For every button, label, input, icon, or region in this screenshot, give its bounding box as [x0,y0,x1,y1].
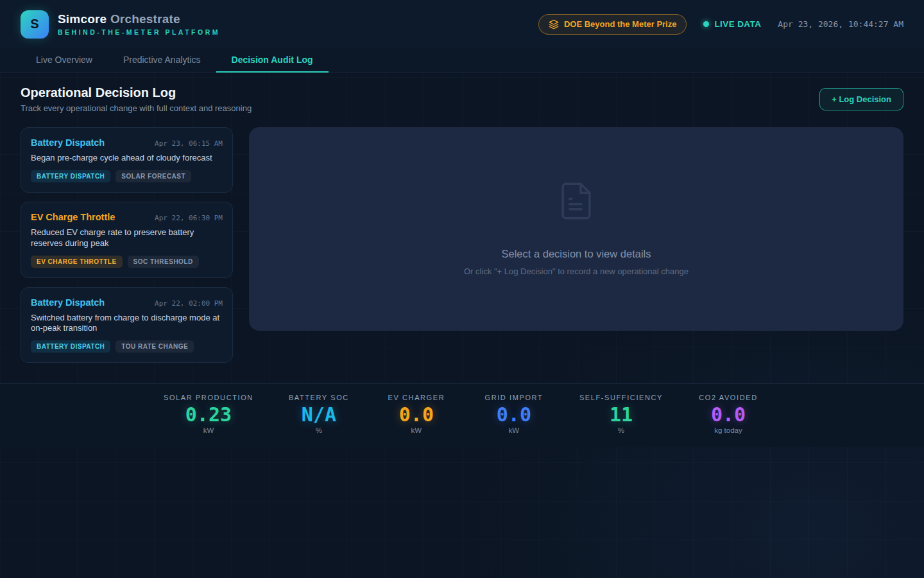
stat-value: 0.0 [399,403,434,426]
log-decision-button[interactable]: + Log Decision [819,88,903,110]
tab-decision-audit-log[interactable]: Decision Audit Log [216,48,329,73]
stat-ev-charger: EV CHARGER 0.0 kW [384,394,449,434]
stat-unit: % [316,426,322,434]
stat-solar-production: SOLAR PRODUCTION 0.23 kW [164,394,253,434]
stat-grid-import: GRID IMPORT 0.0 kW [482,394,546,434]
decision-card[interactable]: EV Charge Throttle Apr 22, 06:30 PM Redu… [21,202,233,278]
stat-value: 0.0 [497,403,531,426]
stat-value: 0.23 [185,403,232,426]
decision-timestamp: Apr 23, 06:15 AM [155,139,223,148]
stat-label: EV CHARGER [388,394,445,401]
layers-icon [549,19,559,30]
stat-unit: % [618,426,624,434]
decision-trigger-tag: TOU RATE CHANGE [116,340,194,353]
logo-letter: S [30,17,38,31]
decision-title: EV Charge Throttle [31,212,115,222]
stat-unit: kW [509,426,520,434]
stat-battery-soc: BATTERY SOC N/A % [287,394,351,434]
empty-state-subtitle: Or click "+ Log Decision" to record a ne… [464,267,689,276]
decision-detail-panel: Select a decision to view details Or cli… [249,127,903,331]
main-content: Operational Decision Log Track every ope… [0,73,924,383]
app-header: S Simcore Orchestrate BEHIND-THE-METER P… [0,0,924,48]
decision-card[interactable]: Battery Dispatch Apr 22, 02:00 PM Switch… [21,287,233,363]
decision-list: Battery Dispatch Apr 23, 06:15 AM Began … [21,127,233,372]
live-indicator: LIVE DATA [703,19,761,29]
decision-description: Reduced EV charge rate to preserve batte… [31,227,223,249]
stat-co2-avoided: CO2 AVOIDED 0.0 kg today [696,394,760,434]
decision-timestamp: Apr 22, 06:30 PM [155,214,223,222]
live-label: LIVE DATA [714,19,761,29]
decision-description: Switched battery from charge to discharg… [31,313,223,334]
page-subtitle: Track every operational change with full… [21,103,252,113]
stat-self-sufficiency: SELF-SUFFICIENCY 11 % [579,394,663,434]
document-icon [560,182,593,222]
stat-label: SELF-SUFFICIENCY [579,394,663,401]
stat-value: 11 [610,403,633,426]
page-title: Operational Decision Log [21,85,252,100]
datetime: Apr 23, 2026, 10:44:27 AM [778,19,903,29]
stat-label: CO2 AVOIDED [699,394,757,401]
stats-bar: SOLAR PRODUCTION 0.23 kW BATTERY SOC N/A… [0,383,924,447]
live-dot-icon [703,21,709,27]
decision-title: Battery Dispatch [31,137,105,148]
decision-type-tag: BATTERY DISPATCH [31,170,110,182]
stat-label: BATTERY SOC [289,394,349,401]
decision-title: Battery Dispatch [31,297,105,308]
tab-predictive-analytics[interactable]: Predictive Analytics [108,48,216,73]
app-logo: S [21,10,49,39]
stat-unit: kW [203,426,214,434]
app-subtitle: BEHIND-THE-METER PLATFORM [58,28,220,36]
brand: S Simcore Orchestrate BEHIND-THE-METER P… [21,10,220,39]
prize-badge-label: DOE Beyond the Meter Prize [564,19,677,29]
decision-type-tag: BATTERY DISPATCH [31,340,110,353]
decision-timestamp: Apr 22, 02:00 PM [155,299,223,308]
stat-unit: kg today [714,426,742,434]
decision-type-tag: EV CHARGE THROTTLE [31,256,123,268]
empty-state-title: Select a decision to view details [502,248,651,260]
app-title: Simcore Orchestrate [58,12,220,26]
stat-value: 0.0 [711,403,746,426]
stat-value: N/A [302,403,336,426]
tabbar: Live Overview Predictive Analytics Decis… [0,48,924,73]
stat-label: GRID IMPORT [485,394,543,401]
decision-card[interactable]: Battery Dispatch Apr 23, 06:15 AM Began … [21,127,233,193]
tab-live-overview[interactable]: Live Overview [21,48,108,73]
stat-unit: kW [411,426,422,434]
decision-trigger-tag: SOLAR FORECAST [116,170,191,182]
decision-trigger-tag: SOC THRESHOLD [128,256,199,268]
decision-description: Began pre-charge cycle ahead of cloudy f… [31,153,223,163]
stat-label: SOLAR PRODUCTION [164,394,253,401]
prize-badge[interactable]: DOE Beyond the Meter Prize [538,14,687,35]
